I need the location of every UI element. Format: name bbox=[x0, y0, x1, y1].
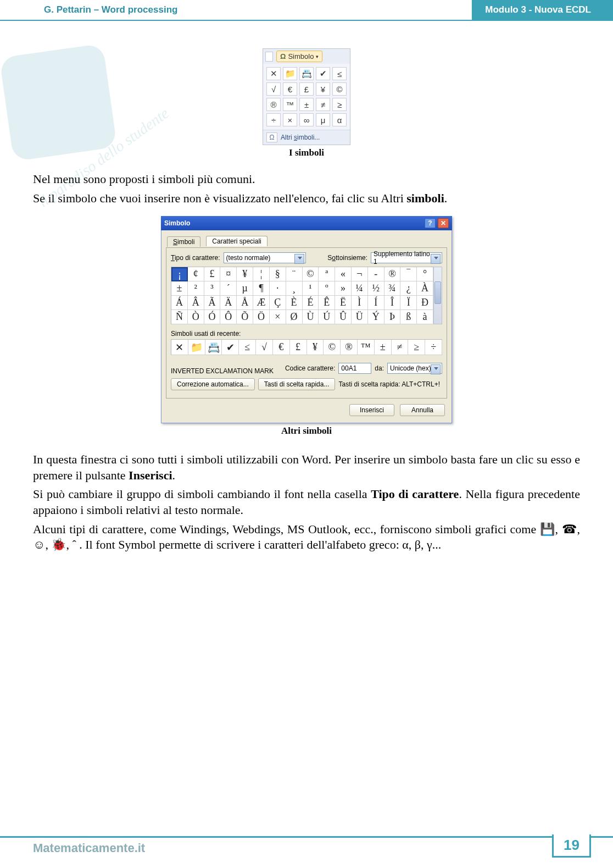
symbol-cell[interactable]: ± bbox=[299, 98, 314, 111]
symbol-cell[interactable]: 📁 bbox=[283, 67, 297, 80]
char-cell[interactable]: ¤ bbox=[220, 267, 237, 281]
symbol-cell[interactable]: α bbox=[332, 113, 347, 126]
recent-char-cell[interactable]: ≥ bbox=[408, 340, 425, 355]
char-cell[interactable]: ‾ bbox=[400, 267, 417, 281]
symbol-cell[interactable]: ® bbox=[266, 98, 281, 111]
char-cell[interactable]: à bbox=[417, 310, 433, 324]
char-cell[interactable]: ß bbox=[400, 310, 417, 324]
char-cell[interactable]: - bbox=[368, 267, 384, 281]
recent-char-cell[interactable]: © bbox=[324, 340, 341, 355]
recent-char-cell[interactable]: ≤ bbox=[239, 340, 256, 355]
cancel-button[interactable]: Annulla bbox=[400, 404, 445, 416]
char-cell[interactable]: Í bbox=[368, 296, 384, 310]
symbol-cell[interactable]: ✕ bbox=[266, 67, 281, 80]
char-cell[interactable]: É bbox=[303, 296, 319, 310]
char-cell[interactable]: ª bbox=[319, 267, 335, 281]
symbol-cell[interactable]: ÷ bbox=[266, 113, 281, 126]
char-cell[interactable]: Ñ bbox=[171, 310, 188, 324]
char-cell[interactable]: © bbox=[303, 267, 319, 281]
char-cell[interactable]: ± bbox=[171, 281, 188, 296]
tab-symbols[interactable]: Simboli bbox=[167, 236, 200, 247]
subset-select[interactable]: Supplemento latino 1 bbox=[371, 252, 442, 263]
char-cell[interactable]: ¾ bbox=[384, 281, 401, 296]
char-cell[interactable]: Ó bbox=[204, 310, 221, 324]
char-cell[interactable]: Á bbox=[171, 296, 188, 310]
symbol-cell[interactable]: © bbox=[332, 82, 347, 96]
symbol-cell[interactable]: μ bbox=[316, 113, 330, 126]
char-cell[interactable]: § bbox=[270, 267, 286, 281]
recent-char-cell[interactable]: ™ bbox=[358, 340, 375, 355]
char-cell[interactable]: Ô bbox=[220, 310, 237, 324]
char-cell[interactable]: Ì bbox=[352, 296, 368, 310]
char-cell[interactable]: µ bbox=[237, 281, 253, 296]
recent-char-cell[interactable]: ≠ bbox=[392, 340, 409, 355]
char-cell[interactable]: ¢ bbox=[188, 267, 204, 281]
close-button[interactable]: ✕ bbox=[438, 218, 449, 228]
tab-special-chars[interactable]: Caratteri speciali bbox=[206, 236, 267, 246]
char-cell[interactable]: Â bbox=[188, 296, 204, 310]
recent-char-cell[interactable]: € bbox=[273, 340, 290, 355]
symbol-cell[interactable]: € bbox=[283, 82, 297, 96]
autocorrect-button[interactable]: Correzione automatica... bbox=[171, 378, 255, 390]
recent-char-cell[interactable]: ± bbox=[375, 340, 392, 355]
char-cell[interactable]: Ü bbox=[352, 310, 368, 324]
symbol-cell[interactable]: ¥ bbox=[316, 82, 330, 96]
char-cell[interactable]: ¿ bbox=[400, 281, 417, 296]
char-cell[interactable]: ° bbox=[417, 267, 433, 281]
symbol-dropdown-button[interactable]: Ω Simbolo ▾ bbox=[276, 51, 322, 62]
char-cell[interactable]: Ç bbox=[270, 296, 286, 310]
recent-char-cell[interactable]: £ bbox=[290, 340, 307, 355]
character-grid[interactable]: ¡¢£¤¥¦§¨©ª«¬-®‾°±²³´µ¶·¸¹º»¼½¾¿ÀÁÂÃÄÅÆÇÈ… bbox=[171, 267, 433, 324]
symbol-cell[interactable]: 📇 bbox=[299, 67, 314, 80]
symbol-cell[interactable]: £ bbox=[299, 82, 314, 96]
grid-scrollbar[interactable] bbox=[433, 267, 442, 324]
char-cell[interactable]: Î bbox=[384, 296, 401, 310]
char-cell[interactable]: Ä bbox=[220, 296, 237, 310]
char-cell[interactable]: ¹ bbox=[303, 281, 319, 296]
char-cell[interactable]: ² bbox=[188, 281, 204, 296]
char-cell[interactable]: ® bbox=[384, 267, 401, 281]
char-cell[interactable]: ³ bbox=[204, 281, 221, 296]
symbol-cell[interactable]: × bbox=[283, 113, 297, 126]
symbol-cell[interactable]: ™ bbox=[283, 98, 297, 111]
symbol-cell[interactable]: ≤ bbox=[332, 67, 347, 80]
code-input[interactable]: 00A1 bbox=[338, 363, 371, 374]
char-cell[interactable]: Ê bbox=[319, 296, 335, 310]
symbol-cell[interactable]: ∞ bbox=[299, 113, 314, 126]
char-cell[interactable]: Ã bbox=[204, 296, 221, 310]
char-cell[interactable]: Æ bbox=[253, 296, 270, 310]
char-cell[interactable]: À bbox=[417, 281, 433, 296]
symbol-cell[interactable]: √ bbox=[266, 82, 281, 96]
recent-char-cell[interactable]: ¥ bbox=[307, 340, 324, 355]
recent-char-cell[interactable]: ✔ bbox=[222, 340, 239, 355]
char-cell[interactable]: ´ bbox=[220, 281, 237, 296]
symbol-cell[interactable]: ≠ bbox=[316, 98, 330, 111]
recent-char-cell[interactable]: √ bbox=[256, 340, 273, 355]
char-cell[interactable]: ¦ bbox=[253, 267, 270, 281]
char-cell[interactable]: Å bbox=[237, 296, 253, 310]
char-cell[interactable]: Ø bbox=[286, 310, 303, 324]
char-cell[interactable]: Ð bbox=[417, 296, 433, 310]
char-cell[interactable]: Ò bbox=[188, 310, 204, 324]
recent-char-cell[interactable]: 📇 bbox=[205, 340, 222, 355]
help-button[interactable]: ? bbox=[425, 218, 436, 228]
from-select[interactable]: Unicode (hex) bbox=[387, 363, 442, 374]
recent-char-cell[interactable]: ✕ bbox=[171, 340, 188, 355]
char-cell[interactable]: ¶ bbox=[253, 281, 270, 296]
char-cell[interactable]: Ý bbox=[368, 310, 384, 324]
shortcut-button[interactable]: Tasti di scelta rapida... bbox=[258, 378, 336, 390]
char-cell[interactable]: ¨ bbox=[286, 267, 303, 281]
symbol-cell[interactable]: ≥ bbox=[332, 98, 347, 111]
char-cell[interactable]: Û bbox=[335, 310, 352, 324]
insert-button[interactable]: Inserisci bbox=[349, 404, 394, 416]
char-cell[interactable]: ½ bbox=[368, 281, 384, 296]
char-cell[interactable]: Ú bbox=[319, 310, 335, 324]
recent-char-cell[interactable]: 📁 bbox=[188, 340, 205, 355]
recent-char-cell[interactable]: ÷ bbox=[425, 340, 442, 355]
char-cell[interactable]: È bbox=[286, 296, 303, 310]
char-cell[interactable]: Ë bbox=[335, 296, 352, 310]
recent-char-cell[interactable]: ® bbox=[341, 340, 358, 355]
char-cell[interactable]: ¡ bbox=[171, 267, 188, 281]
recent-symbols-grid[interactable]: ✕📁📇✔≤√€£¥©®™±≠≥÷ bbox=[171, 339, 442, 355]
char-cell[interactable]: º bbox=[319, 281, 335, 296]
